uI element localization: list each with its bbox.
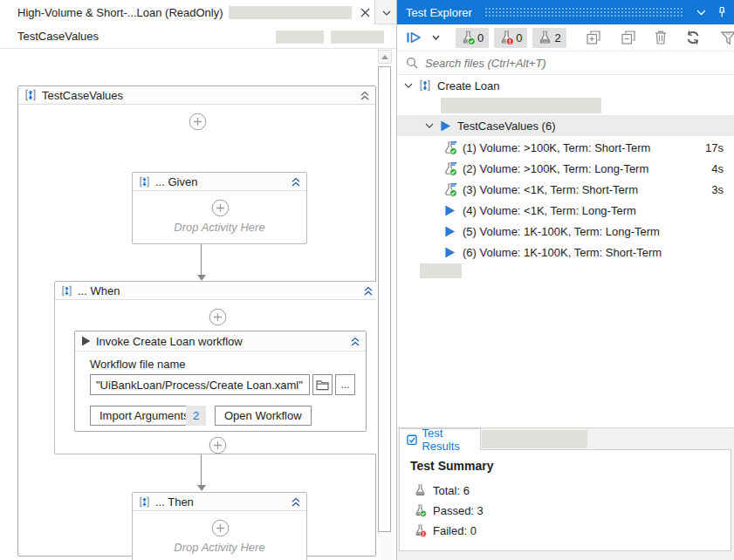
- test-case-duration: 4s: [711, 162, 734, 175]
- add-activity-button[interactable]: [209, 436, 227, 454]
- add-activity-button[interactable]: [211, 199, 230, 217]
- checkbox-checked-icon: [407, 434, 417, 447]
- test-summary-title: Test Summary: [410, 459, 720, 473]
- test-case-label: (4) Volume: <1K, Term: Long-Term: [463, 204, 636, 217]
- test-case-duration: 17s: [705, 141, 734, 154]
- close-icon: [360, 8, 370, 17]
- collapse-icon[interactable]: [291, 176, 301, 188]
- tree-item-create-loan[interactable]: Create Loan: [397, 75, 734, 96]
- chevron-down-icon[interactable]: [425, 123, 434, 129]
- sequence-icon: [24, 88, 38, 102]
- close-tab-button[interactable]: [358, 5, 373, 20]
- tree-item-label: TestCaseValues (6): [457, 120, 555, 133]
- testcase-passed-icon: [442, 161, 457, 176]
- collapse-icon[interactable]: [363, 285, 374, 297]
- summary-passed-row: Passed: 3: [410, 501, 720, 521]
- test-case-row[interactable]: (5) Volume: 1K-100K, Term: Long-Term: [397, 221, 734, 242]
- then-header[interactable]: ... Then: [133, 493, 306, 511]
- drag-grip: [484, 7, 684, 17]
- drop-activity-hint: Drop Activity Here: [133, 221, 306, 234]
- testcase-sequence-container[interactable]: TestCaseValues ... Given: [17, 85, 376, 557]
- add-activity-button[interactable]: [189, 113, 207, 131]
- when-block[interactable]: ... When Invoke Create Loan workf: [54, 281, 376, 454]
- sequence-icon: [138, 495, 151, 509]
- activity-play-icon: [80, 335, 92, 347]
- collapse-icon[interactable]: [291, 496, 301, 508]
- summary-passed-text: Passed: 3: [433, 504, 484, 517]
- trash-icon: [654, 30, 668, 45]
- container-title: TestCaseValues: [42, 89, 123, 102]
- filter-passed-button[interactable]: 0: [456, 28, 489, 48]
- delete-results-button[interactable]: [650, 27, 671, 48]
- flask-failed-icon: [499, 31, 514, 45]
- connector-line: [201, 454, 202, 486]
- given-block[interactable]: ... Given Drop Activity Here: [132, 172, 307, 244]
- test-case-row[interactable]: (6) Volume: 1K-100K, Term: Short-Term: [397, 242, 734, 263]
- filter-notrun-button[interactable]: 2: [532, 28, 566, 48]
- test-case-row[interactable]: (4) Volume: <1K, Term: Long-Term: [397, 200, 734, 221]
- invoke-title: Invoke Create Loan workflow: [96, 335, 243, 348]
- play-icon: [443, 204, 456, 217]
- run-tests-button[interactable]: [402, 28, 427, 47]
- test-case-duration: 3s: [711, 183, 734, 196]
- refresh-icon: [685, 30, 701, 45]
- results-tab-bar: Test Results: [397, 428, 734, 449]
- tab-test-results[interactable]: Test Results: [399, 428, 481, 450]
- then-block[interactable]: ... Then Drop Activity Here: [132, 492, 307, 560]
- connector-arrow-icon: [197, 485, 206, 491]
- collapse-icon[interactable]: [360, 90, 370, 101]
- test-case-row[interactable]: (3) Volume: <1K, Term: Short-Term 3s: [397, 179, 734, 200]
- test-case-row[interactable]: (2) Volume: >100K, Term: Long-Term 4s: [397, 158, 734, 179]
- other-count: 2: [554, 31, 560, 44]
- testcase-sequence-header[interactable]: TestCaseValues: [18, 86, 375, 105]
- scrollbar-up-button[interactable]: [378, 50, 392, 64]
- tree-item-testcasevalues-group[interactable]: TestCaseValues (6): [397, 115, 734, 136]
- collapse-all-icon: [621, 30, 636, 45]
- workflow-canvas: TestCaseValues ... Given: [0, 50, 376, 560]
- collapse-icon[interactable]: [350, 336, 360, 347]
- sequence-icon: [418, 79, 432, 92]
- test-case-row[interactable]: (1) Volume: >100K, Term: Short-Term 17s: [397, 137, 734, 158]
- refresh-button[interactable]: [682, 27, 704, 48]
- import-arguments-button[interactable]: Import Arguments: [90, 406, 199, 426]
- argument-count-badge: 2: [186, 406, 206, 426]
- tab-list-dropdown[interactable]: [379, 5, 394, 20]
- folder-icon: [316, 379, 329, 391]
- add-activity-button[interactable]: [211, 519, 230, 537]
- given-header[interactable]: ... Given: [133, 173, 306, 191]
- summary-failed-row: Failed: 0: [410, 521, 720, 541]
- scrollbar-thumb[interactable]: [378, 66, 391, 532]
- workflow-file-name-input[interactable]: [90, 374, 310, 395]
- redacted-tab[interactable]: [482, 430, 587, 448]
- flask-passed-icon: [414, 504, 427, 517]
- when-header[interactable]: ... When: [55, 282, 376, 300]
- pin-icon[interactable]: [717, 6, 727, 18]
- search-input[interactable]: [425, 57, 725, 70]
- search-icon: [406, 57, 418, 69]
- chevron-down-icon[interactable]: [696, 10, 706, 16]
- run-options-dropdown[interactable]: [432, 32, 443, 43]
- connector-line: [201, 244, 202, 276]
- summary-failed-text: Failed: 0: [433, 524, 477, 537]
- browse-expression-button[interactable]: ...: [335, 374, 355, 395]
- invoke-workflow-activity[interactable]: Invoke Create Loan workflow Workflow fil…: [74, 331, 367, 432]
- chevron-down-icon[interactable]: [404, 83, 413, 89]
- open-workflow-button[interactable]: Open Workflow: [215, 406, 312, 426]
- failed-count: 0: [516, 31, 522, 44]
- expand-all-button[interactable]: [582, 27, 605, 48]
- canvas-scrollbar[interactable]: [378, 50, 392, 560]
- play-icon: [439, 120, 452, 133]
- invoke-workflow-header[interactable]: Invoke Create Loan workflow: [75, 331, 366, 352]
- test-tree: Create Loan TestCaseValues (6) (1) Volum…: [397, 75, 734, 427]
- breadcrumb-item[interactable]: TestCaseValues: [17, 30, 99, 43]
- expand-all-icon: [586, 30, 601, 45]
- collapse-all-button[interactable]: [617, 27, 640, 48]
- add-activity-button[interactable]: [209, 308, 227, 326]
- tree-item-label: Create Loan: [437, 79, 500, 92]
- toolbar-overflow-button[interactable]: [724, 33, 732, 41]
- browse-folder-button[interactable]: [312, 374, 333, 395]
- filter-failed-button[interactable]: 0: [494, 28, 527, 48]
- testcase-passed-icon: [442, 140, 457, 155]
- test-case-list: (1) Volume: >100K, Term: Short-Term 17s …: [397, 137, 734, 263]
- test-explorer-titlebar[interactable]: Test Explorer: [397, 0, 734, 24]
